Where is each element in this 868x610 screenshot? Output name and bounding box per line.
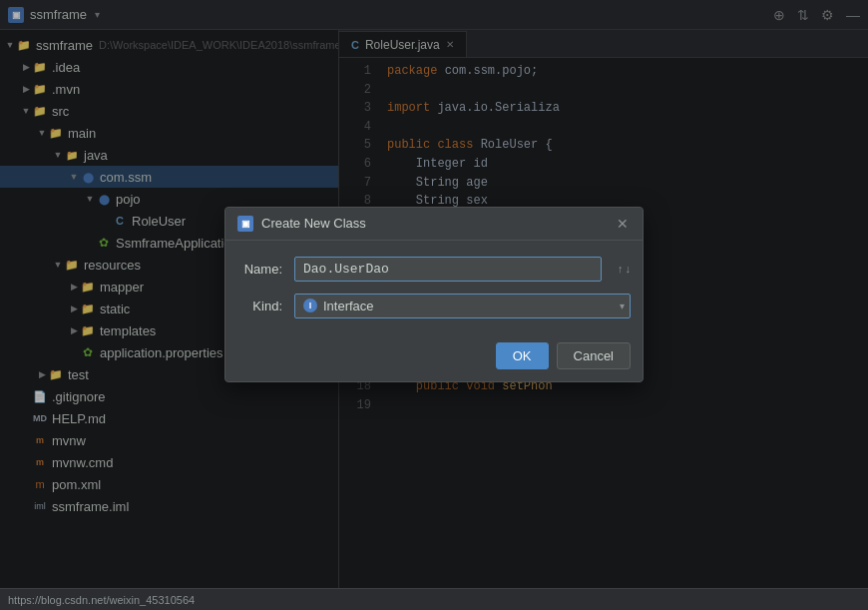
dialog-kind-value: Interface (323, 299, 374, 313)
dialog-kind-label: Kind: (237, 299, 282, 313)
dialog-kind-select[interactable]: I Interface ▾ (294, 294, 631, 318)
dialog-buttons: OK Cancel (225, 334, 643, 381)
dialog-kind-display[interactable]: I Interface (294, 294, 631, 318)
status-bar: https://blog.csdn.net/weixin_45310564 (0, 588, 868, 610)
interface-icon: I (303, 299, 317, 312)
dialog-body: Name: ↑ ↓ Kind: I Interface ▾ (225, 241, 643, 334)
sort-down-icon[interactable]: ↓ (626, 263, 632, 275)
status-url: https://blog.csdn.net/weixin_45310564 (8, 594, 195, 606)
sort-icons: ↑ ↓ (618, 263, 631, 275)
dialog-title-text: Create New Class (261, 216, 366, 231)
dialog-close-button[interactable]: ✕ (615, 216, 631, 232)
dialog-title-left: ▣ Create New Class (237, 216, 366, 232)
cancel-button[interactable]: Cancel (557, 342, 631, 369)
ok-button[interactable]: OK (496, 342, 549, 369)
dialog-name-input[interactable] (294, 257, 602, 282)
dialog-name-label: Name: (237, 262, 282, 277)
dialog-overlay: ▣ Create New Class ✕ Name: ↑ ↓ Kind: I (0, 0, 868, 588)
dialog-kind-row: Kind: I Interface ▾ (237, 294, 631, 318)
dialog-app-icon: ▣ (237, 216, 253, 232)
dialog-title-bar: ▣ Create New Class ✕ (225, 208, 643, 241)
create-new-class-dialog: ▣ Create New Class ✕ Name: ↑ ↓ Kind: I (224, 207, 644, 382)
dialog-name-row: Name: ↑ ↓ (237, 257, 631, 282)
sort-up-icon[interactable]: ↑ (618, 263, 624, 275)
